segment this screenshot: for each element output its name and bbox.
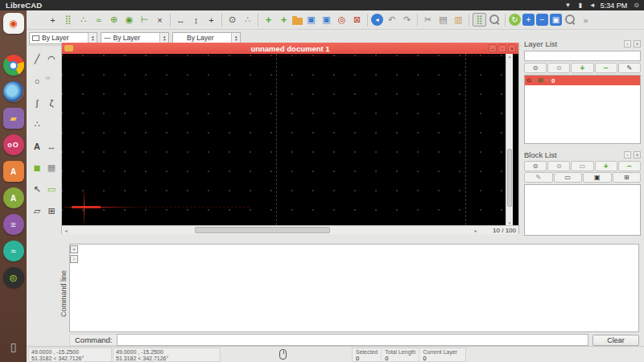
zoom-window-icon[interactable]: ▣ [550, 14, 562, 26]
lock-relative-zero-icon[interactable]: ⊙ [225, 13, 239, 27]
clear-button[interactable]: Clear [592, 335, 639, 346]
show-all-layers-icon[interactable]: ⊙ [524, 63, 547, 73]
image-tool-icon[interactable]: ▦ [45, 157, 58, 179]
command-dock-float-icon[interactable]: ▫ [70, 255, 78, 263]
close-icon[interactable]: × [508, 44, 516, 52]
close-icon[interactable]: × [634, 151, 641, 158]
insert-block-icon[interactable]: ⊞ [613, 172, 642, 183]
close-document-icon[interactable]: ⊠ [350, 13, 364, 27]
modify-tool-icon[interactable]: ▱ [31, 200, 43, 222]
clock[interactable]: 5:34 PM [601, 2, 628, 10]
snap-free-icon[interactable]: + [46, 13, 60, 27]
text-tool-icon[interactable]: A [31, 135, 43, 157]
snap-endpoint-icon[interactable]: ∴ [76, 13, 90, 27]
horizontal-scrollbar[interactable]: ◂ ▸ 10 / 100 [62, 225, 518, 234]
new-document-icon[interactable]: + [262, 13, 275, 27]
save-block-icon[interactable]: ▣ [583, 172, 612, 183]
dimension-aligned-icon[interactable]: ▭ [45, 179, 58, 200]
add-layer-icon[interactable]: + [571, 63, 593, 73]
add-block-icon[interactable]: + [595, 161, 617, 171]
zoom-pan-icon[interactable] [564, 13, 577, 27]
restrict-orthogonal-icon[interactable]: + [204, 13, 218, 27]
snap-distance-icon[interactable]: ⊢ [138, 13, 151, 27]
drawing-canvas[interactable] [62, 54, 506, 225]
arc-tool-icon[interactable]: ◠ [45, 48, 58, 70]
launcher-firefox[interactable] [3, 81, 24, 102]
command-input[interactable] [117, 334, 588, 346]
launcher-software-app[interactable]: A [3, 161, 24, 182]
session-menu-icon[interactable]: ⊙ [634, 2, 639, 9]
scroll-left-icon[interactable]: ◂ [62, 228, 70, 233]
spinner-icon[interactable]: ▴▾ [88, 33, 97, 43]
spline-tool-icon[interactable]: ∫ [31, 92, 43, 113]
launcher-librecad[interactable]: ⊜ [3, 267, 24, 288]
remove-layer-icon[interactable]: − [595, 63, 617, 73]
document-title-bar[interactable]: unnamed document 1 –▫× [62, 43, 518, 54]
ellipse-tool-icon[interactable]: ○ [45, 75, 58, 87]
launcher-chrome[interactable] [3, 55, 24, 76]
snap-center-icon[interactable]: ⊕ [107, 13, 121, 27]
network-icon[interactable]: ▼ [565, 2, 572, 9]
grid-toggle-icon[interactable]: ⣿ [473, 13, 486, 27]
copy-icon[interactable]: ▤ [436, 13, 450, 27]
zoom-out-icon[interactable]: − [536, 14, 548, 26]
paste-icon[interactable]: ▥ [452, 13, 465, 27]
layer-row-selected[interactable]: ⊙▪▤+ 0 [525, 76, 640, 85]
undo-icon[interactable]: ↶ [385, 13, 398, 27]
spinner-icon[interactable]: ▴▾ [231, 33, 240, 43]
volume-icon[interactable]: ◄ [589, 2, 596, 9]
rename-block-icon[interactable]: ▭ [571, 161, 593, 171]
launcher-ubuntu[interactable]: ◉ [3, 13, 24, 34]
scrollbar-thumb[interactable] [507, 149, 512, 207]
layer-visible-icon[interactable]: ⊙ [526, 77, 531, 84]
line-tool-icon[interactable]: ╱ [31, 48, 43, 70]
launcher-writer-app[interactable]: ≡ [3, 214, 24, 235]
minimize-icon[interactable]: – [489, 44, 497, 52]
open-file-icon[interactable] [292, 18, 303, 25]
revert-icon[interactable]: ◎ [335, 13, 349, 27]
cut-icon[interactable]: ✂ [421, 13, 435, 27]
float-icon[interactable]: ▫ [624, 40, 631, 47]
scroll-down-icon[interactable]: ▾ [509, 220, 511, 225]
explode-tool-icon[interactable]: ⊞ [45, 200, 58, 222]
select-tool-icon[interactable]: ↖ [31, 179, 43, 200]
hide-all-blocks-icon[interactable]: ⊙ [547, 161, 570, 171]
layer-construction-icon[interactable]: + [546, 77, 549, 84]
modify-layer-icon[interactable]: ✎ [618, 63, 641, 73]
show-all-blocks-icon[interactable]: ⊙ [524, 161, 547, 171]
command-dock-close-icon[interactable]: × [70, 245, 78, 253]
toolbar-overflow-icon[interactable]: » [579, 13, 592, 27]
restrict-horizontal-icon[interactable]: ↔ [174, 13, 188, 27]
launcher-photos-app[interactable]: oO [3, 134, 24, 155]
back-icon[interactable]: ◄ [371, 14, 383, 26]
point-tool-icon[interactable]: ∴ [31, 113, 43, 135]
layer-lock-icon[interactable]: ▪ [534, 77, 535, 84]
float-icon[interactable]: ▫ [624, 151, 631, 158]
launcher-trash[interactable]: ▯ [3, 336, 24, 357]
command-history[interactable] [69, 244, 639, 332]
vertical-scrollbar[interactable]: ▴ ▾ [506, 54, 513, 225]
layer-filter-input[interactable] [524, 51, 641, 61]
circle-tool-icon[interactable]: ○ [31, 70, 43, 92]
battery-icon[interactable]: ▮ [578, 2, 581, 9]
hide-all-layers-icon[interactable]: ⊙ [547, 63, 570, 73]
spinner-icon[interactable]: ▴▾ [159, 33, 168, 43]
hatch-tool-icon[interactable]: ◼ [31, 157, 43, 179]
auto-zoom-icon[interactable]: ↻ [509, 14, 521, 26]
redo-icon[interactable]: ↷ [400, 13, 414, 27]
launcher-system-monitor[interactable]: ≈ [3, 241, 24, 261]
zoom-in-icon[interactable]: + [522, 14, 535, 26]
zoom-preview-icon[interactable] [488, 13, 502, 27]
save-as-icon[interactable]: ▣ [320, 13, 333, 27]
layer-print-icon[interactable]: ▤ [538, 77, 543, 84]
remove-block-icon[interactable]: − [618, 161, 641, 171]
restrict-vertical-icon[interactable]: ↕ [189, 13, 203, 27]
snap-entity-icon[interactable]: ≈ [92, 13, 105, 27]
restore-icon[interactable]: ▫ [498, 44, 506, 52]
snap-middle-icon[interactable]: ◉ [122, 13, 136, 27]
close-icon[interactable]: × [634, 40, 641, 47]
polyline-tool-icon[interactable]: ζ [45, 92, 58, 113]
snap-grid-icon[interactable]: ⣿ [61, 13, 75, 27]
launcher-software-center[interactable]: A [3, 187, 24, 208]
scrollbar-thumb[interactable] [195, 227, 330, 233]
